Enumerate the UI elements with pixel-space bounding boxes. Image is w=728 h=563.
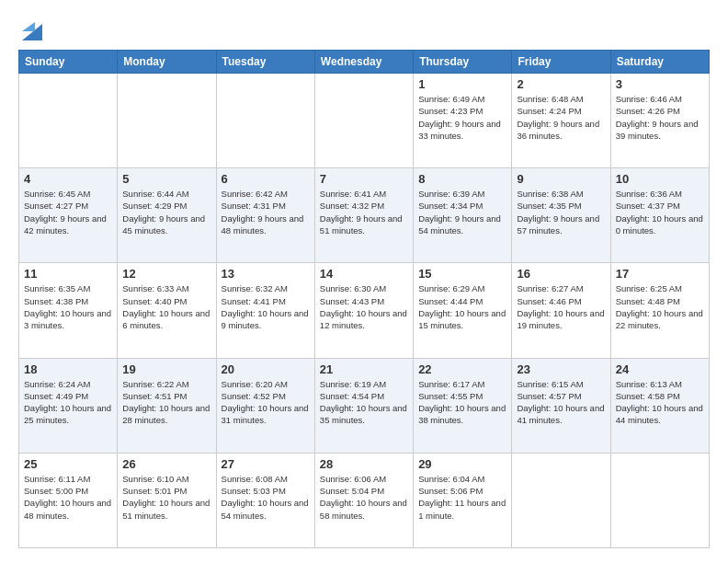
day-number: 24	[616, 362, 704, 376]
day-info: Sunrise: 6:32 AM Sunset: 4:41 PM Dayligh…	[222, 282, 310, 331]
day-info: Sunrise: 6:38 AM Sunset: 4:35 PM Dayligh…	[517, 188, 605, 236]
calendar-cell: 17Sunrise: 6:25 AM Sunset: 4:48 PM Dayli…	[610, 263, 709, 358]
calendar-cell	[512, 453, 610, 547]
weekday-header-sunday: Sunday	[19, 51, 118, 74]
day-number: 9	[517, 172, 605, 186]
weekday-header-thursday: Thursday	[414, 51, 512, 74]
calendar-cell	[216, 74, 314, 168]
day-number: 1	[418, 77, 506, 91]
calendar-cell: 24Sunrise: 6:13 AM Sunset: 4:58 PM Dayli…	[610, 358, 709, 453]
day-info: Sunrise: 6:15 AM Sunset: 4:57 PM Dayligh…	[517, 378, 605, 427]
calendar-cell: 4Sunrise: 6:45 AM Sunset: 4:27 PM Daylig…	[19, 168, 118, 263]
day-info: Sunrise: 6:19 AM Sunset: 4:54 PM Dayligh…	[320, 378, 408, 427]
day-info: Sunrise: 6:13 AM Sunset: 4:58 PM Dayligh…	[616, 378, 704, 427]
day-number: 29	[418, 457, 506, 471]
day-number: 17	[616, 267, 704, 281]
day-info: Sunrise: 6:22 AM Sunset: 4:51 PM Dayligh…	[122, 378, 210, 427]
logo-icon	[22, 15, 42, 40]
weekday-header-friday: Friday	[512, 51, 610, 74]
day-number: 25	[24, 457, 112, 471]
day-number: 27	[222, 457, 310, 471]
day-info: Sunrise: 6:08 AM Sunset: 5:03 PM Dayligh…	[222, 473, 310, 522]
day-number: 16	[517, 267, 605, 281]
calendar-cell: 9Sunrise: 6:38 AM Sunset: 4:35 PM Daylig…	[512, 168, 610, 263]
calendar-cell	[19, 74, 118, 168]
day-info: Sunrise: 6:36 AM Sunset: 4:37 PM Dayligh…	[616, 188, 704, 236]
calendar-cell	[610, 453, 709, 547]
weekday-header-row: SundayMondayTuesdayWednesdayThursdayFrid…	[19, 51, 710, 74]
day-number: 7	[320, 172, 408, 186]
day-info: Sunrise: 6:24 AM Sunset: 4:49 PM Dayligh…	[24, 378, 112, 427]
calendar-cell: 27Sunrise: 6:08 AM Sunset: 5:03 PM Dayli…	[216, 453, 314, 547]
calendar-cell: 6Sunrise: 6:42 AM Sunset: 4:31 PM Daylig…	[216, 168, 314, 263]
week-row-2: 11Sunrise: 6:35 AM Sunset: 4:38 PM Dayli…	[19, 263, 710, 358]
calendar-cell: 13Sunrise: 6:32 AM Sunset: 4:41 PM Dayli…	[216, 263, 314, 358]
day-info: Sunrise: 6:06 AM Sunset: 5:04 PM Dayligh…	[320, 473, 408, 522]
day-number: 11	[24, 267, 112, 281]
weekday-header-wednesday: Wednesday	[314, 51, 413, 74]
logo	[18, 15, 42, 40]
day-info: Sunrise: 6:48 AM Sunset: 4:24 PM Dayligh…	[517, 93, 605, 142]
day-info: Sunrise: 6:17 AM Sunset: 4:55 PM Dayligh…	[418, 378, 506, 427]
calendar-cell: 29Sunrise: 6:04 AM Sunset: 5:06 PM Dayli…	[414, 453, 512, 547]
calendar-cell: 26Sunrise: 6:10 AM Sunset: 5:01 PM Dayli…	[118, 453, 216, 547]
day-number: 26	[122, 457, 210, 471]
day-number: 2	[517, 77, 605, 91]
day-info: Sunrise: 6:25 AM Sunset: 4:48 PM Dayligh…	[616, 282, 704, 331]
week-row-4: 25Sunrise: 6:11 AM Sunset: 5:00 PM Dayli…	[19, 453, 710, 547]
day-number: 13	[222, 267, 310, 281]
day-number: 14	[320, 267, 408, 281]
calendar-cell: 25Sunrise: 6:11 AM Sunset: 5:00 PM Dayli…	[19, 453, 118, 547]
day-number: 18	[24, 362, 112, 376]
day-info: Sunrise: 6:41 AM Sunset: 4:32 PM Dayligh…	[320, 188, 408, 236]
calendar-cell: 11Sunrise: 6:35 AM Sunset: 4:38 PM Dayli…	[19, 263, 118, 358]
day-info: Sunrise: 6:35 AM Sunset: 4:38 PM Dayligh…	[24, 282, 112, 331]
calendar-cell: 20Sunrise: 6:20 AM Sunset: 4:52 PM Dayli…	[216, 358, 314, 453]
day-info: Sunrise: 6:49 AM Sunset: 4:23 PM Dayligh…	[418, 93, 506, 142]
day-info: Sunrise: 6:46 AM Sunset: 4:26 PM Dayligh…	[616, 93, 704, 142]
day-number: 23	[517, 362, 605, 376]
day-number: 3	[616, 77, 704, 91]
day-info: Sunrise: 6:42 AM Sunset: 4:31 PM Dayligh…	[222, 188, 310, 236]
day-info: Sunrise: 6:20 AM Sunset: 4:52 PM Dayligh…	[222, 378, 310, 427]
calendar-cell: 1Sunrise: 6:49 AM Sunset: 4:23 PM Daylig…	[414, 74, 512, 168]
svg-marker-1	[22, 22, 35, 31]
weekday-header-monday: Monday	[118, 51, 216, 74]
day-info: Sunrise: 6:45 AM Sunset: 4:27 PM Dayligh…	[24, 188, 112, 236]
day-number: 12	[122, 267, 210, 281]
day-info: Sunrise: 6:33 AM Sunset: 4:40 PM Dayligh…	[122, 282, 210, 331]
calendar-cell	[118, 74, 216, 168]
week-row-1: 4Sunrise: 6:45 AM Sunset: 4:27 PM Daylig…	[19, 168, 710, 263]
day-info: Sunrise: 6:11 AM Sunset: 5:00 PM Dayligh…	[24, 473, 112, 522]
calendar-cell: 10Sunrise: 6:36 AM Sunset: 4:37 PM Dayli…	[610, 168, 709, 263]
day-info: Sunrise: 6:27 AM Sunset: 4:46 PM Dayligh…	[517, 282, 605, 331]
calendar-cell: 28Sunrise: 6:06 AM Sunset: 5:04 PM Dayli…	[314, 453, 413, 547]
weekday-header-saturday: Saturday	[610, 51, 709, 74]
day-number: 22	[418, 362, 506, 376]
day-number: 20	[222, 362, 310, 376]
day-number: 4	[24, 172, 112, 186]
day-number: 28	[320, 457, 408, 471]
calendar-table: SundayMondayTuesdayWednesdayThursdayFrid…	[18, 50, 710, 548]
calendar-cell	[314, 74, 413, 168]
day-number: 6	[222, 172, 310, 186]
calendar-cell: 7Sunrise: 6:41 AM Sunset: 4:32 PM Daylig…	[314, 168, 413, 263]
calendar-cell: 12Sunrise: 6:33 AM Sunset: 4:40 PM Dayli…	[118, 263, 216, 358]
calendar-cell: 15Sunrise: 6:29 AM Sunset: 4:44 PM Dayli…	[414, 263, 512, 358]
day-info: Sunrise: 6:30 AM Sunset: 4:43 PM Dayligh…	[320, 282, 408, 331]
day-number: 21	[320, 362, 408, 376]
day-number: 15	[418, 267, 506, 281]
day-number: 5	[122, 172, 210, 186]
calendar-cell: 16Sunrise: 6:27 AM Sunset: 4:46 PM Dayli…	[512, 263, 610, 358]
day-number: 19	[122, 362, 210, 376]
day-info: Sunrise: 6:10 AM Sunset: 5:01 PM Dayligh…	[122, 473, 210, 522]
day-info: Sunrise: 6:44 AM Sunset: 4:29 PM Dayligh…	[122, 188, 210, 236]
day-number: 8	[418, 172, 506, 186]
calendar-cell: 23Sunrise: 6:15 AM Sunset: 4:57 PM Dayli…	[512, 358, 610, 453]
day-info: Sunrise: 6:39 AM Sunset: 4:34 PM Dayligh…	[418, 188, 506, 236]
calendar-cell: 5Sunrise: 6:44 AM Sunset: 4:29 PM Daylig…	[118, 168, 216, 263]
week-row-0: 1Sunrise: 6:49 AM Sunset: 4:23 PM Daylig…	[19, 74, 710, 168]
day-number: 10	[616, 172, 704, 186]
calendar-cell: 3Sunrise: 6:46 AM Sunset: 4:26 PM Daylig…	[610, 74, 709, 168]
header	[18, 15, 710, 40]
